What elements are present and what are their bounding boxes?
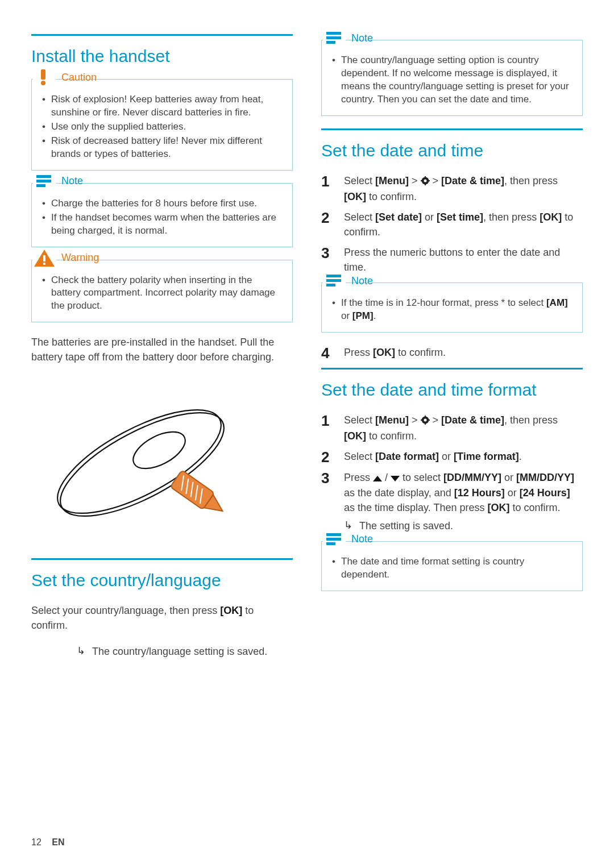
svg-marker-42	[391, 476, 400, 481]
svg-point-2	[41, 81, 45, 85]
note-icon	[322, 28, 347, 48]
result-text: The country/language setting is saved.	[92, 644, 267, 659]
caution-title: Caution	[61, 72, 97, 84]
steps-set-date-time-cont: Press [OK] to confirm.	[321, 345, 583, 360]
svg-point-26	[424, 179, 426, 182]
svg-point-10	[43, 262, 45, 264]
warning-icon	[32, 248, 57, 268]
steps-set-date-time: Select [Menu] > > [Date & time], then pr…	[321, 173, 583, 275]
svg-point-36	[424, 419, 426, 422]
caution-item: Risk of decreased battery life! Never mi…	[42, 135, 284, 161]
left-column: Install the handset Caution Risk of expl…	[31, 34, 293, 662]
svg-rect-28	[425, 184, 426, 185]
note-title: Note	[351, 533, 373, 545]
warning-box: Warning Check the battery polarity when …	[31, 260, 293, 323]
note-item: If the time is in 12-hour format, press …	[332, 297, 574, 323]
svg-rect-45	[326, 538, 341, 541]
svg-rect-33	[326, 279, 341, 282]
note-item: Charge the batteries for 8 hours before …	[42, 197, 284, 210]
svg-rect-32	[326, 275, 341, 277]
svg-rect-34	[326, 284, 335, 286]
svg-rect-22	[326, 32, 341, 35]
caution-box: Caution Risk of explosion! Keep batterie…	[31, 79, 293, 171]
caution-icon	[32, 67, 57, 88]
page-footer: 12 EN	[31, 837, 64, 848]
caution-item: Use only the supplied batteries.	[42, 121, 284, 134]
svg-rect-23	[326, 36, 341, 39]
country-language-text: Select your country/language, then press…	[31, 603, 293, 633]
note-icon	[322, 271, 347, 291]
down-arrow-icon	[391, 471, 400, 485]
warning-item: Check the battery polarity when insertin…	[42, 274, 284, 313]
heading-set-date-time: Set the date and time	[321, 128, 583, 161]
svg-marker-41	[373, 476, 382, 481]
result-row: ↳ The country/language setting is saved.	[31, 644, 293, 659]
steps-set-date-time-format: Select [Menu] > > [Date & time], then pr…	[321, 413, 583, 533]
warning-title: Warning	[61, 252, 99, 264]
svg-rect-6	[36, 184, 45, 187]
svg-rect-24	[326, 41, 335, 44]
heading-install-handset: Install the handset	[31, 34, 293, 67]
svg-point-11	[43, 389, 235, 533]
svg-rect-9	[43, 255, 45, 261]
page-language: EN	[52, 837, 64, 847]
svg-rect-27	[425, 176, 426, 178]
note-box: Note Charge the batteries for 8 hours be…	[31, 183, 293, 247]
result-arrow-icon: ↳	[77, 644, 85, 658]
step-item: Select [Date format] or [Time format].	[321, 449, 583, 464]
note-item: The country/language setting option is c…	[332, 54, 574, 106]
right-column: Note The country/language setting option…	[321, 34, 583, 662]
page-number: 12	[31, 837, 42, 847]
step-item: Select [Set date] or [Set time], then pr…	[321, 210, 583, 239]
step-item: Select [Menu] > > [Date & time], then pr…	[321, 173, 583, 204]
note-box: Note The country/language setting option…	[321, 40, 583, 116]
note-box: Note If the time is in 12-hour format, p…	[321, 283, 583, 333]
caution-item: Risk of explosion! Keep batteries away f…	[42, 93, 284, 119]
svg-rect-46	[326, 542, 335, 545]
svg-point-12	[46, 392, 238, 536]
heading-set-date-time-format: Set the date and time format	[321, 368, 583, 400]
svg-rect-37	[425, 416, 426, 417]
step-item: Select [Menu] > > [Date & time], then pr…	[321, 413, 583, 443]
step-item: Press [OK] to confirm.	[321, 345, 583, 360]
svg-rect-44	[326, 533, 341, 536]
note-icon	[322, 529, 347, 550]
note-box: Note The date and time format setting is…	[321, 541, 583, 591]
gear-icon	[421, 175, 430, 189]
note-title: Note	[61, 175, 83, 187]
heading-set-country-language: Set the country/language	[31, 558, 293, 591]
gear-icon	[421, 414, 430, 429]
svg-rect-1	[41, 69, 45, 80]
note-title: Note	[351, 275, 373, 287]
note-item: The date and time format setting is coun…	[332, 555, 574, 582]
svg-point-13	[127, 424, 191, 476]
up-arrow-icon	[373, 471, 382, 485]
handset-illustration	[31, 376, 293, 541]
note-title: Note	[351, 32, 373, 44]
svg-rect-5	[36, 180, 51, 182]
svg-rect-38	[425, 423, 426, 425]
svg-rect-29	[421, 180, 422, 181]
svg-rect-4	[36, 175, 51, 178]
install-body-text: The batteries are pre-installed in the h…	[31, 335, 293, 364]
note-icon	[32, 171, 57, 192]
step-item: Press / to select [DD/MM/YY] or [MM/DD/Y…	[321, 470, 583, 533]
svg-rect-39	[421, 420, 422, 421]
note-item: If the handset becomes warm when the bat…	[42, 211, 284, 238]
